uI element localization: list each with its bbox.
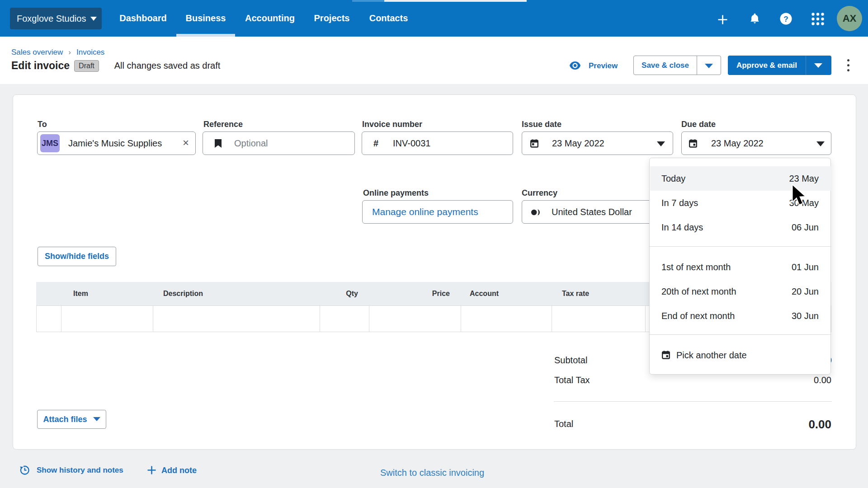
- svg-text:?: ?: [783, 15, 788, 23]
